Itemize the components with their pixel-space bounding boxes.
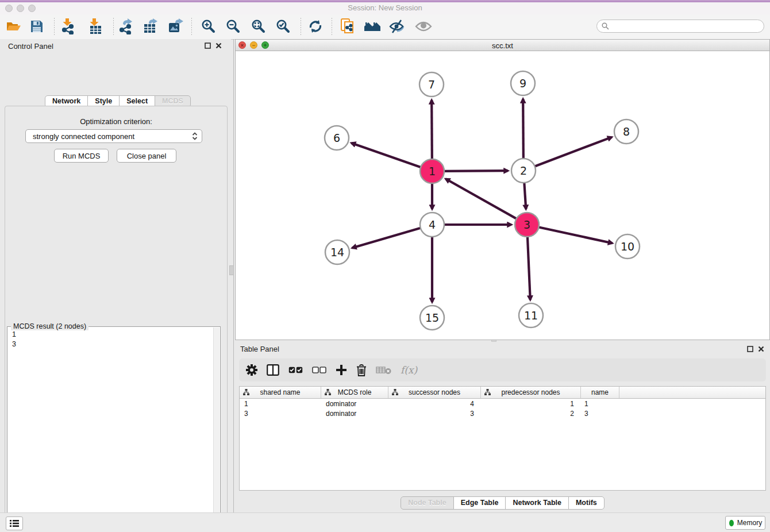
run-mcds-label: Run MCDS: [63, 152, 101, 160]
graph-node-15[interactable]: 15: [420, 306, 444, 330]
create-column-icon[interactable]: [336, 364, 347, 376]
mcds-result-group: [7, 326, 221, 532]
birds-eye-view-icon[interactable]: [414, 17, 433, 36]
deselect-all-checkboxes-icon[interactable]: [312, 367, 326, 373]
table-panel-window-controls: [747, 346, 764, 352]
delete-column-icon[interactable]: [356, 364, 367, 376]
result-scrollbar[interactable]: [213, 327, 220, 532]
export-table-icon[interactable]: [141, 17, 160, 36]
vertical-splitter-handle[interactable]: [229, 265, 234, 275]
tab-network-table[interactable]: Network Table: [505, 496, 569, 510]
cell-predecessor-nodes: 1: [481, 400, 581, 408]
svg-text:6: 6: [333, 132, 340, 144]
graph-node-2[interactable]: 2: [511, 159, 536, 183]
export-network-icon[interactable]: [116, 17, 136, 36]
graph-edge-3-10[interactable]: [538, 227, 613, 243]
open-file-icon[interactable]: [4, 17, 24, 36]
search-input[interactable]: [611, 22, 764, 31]
graph-node-9[interactable]: 9: [511, 71, 535, 95]
refresh-icon[interactable]: [306, 17, 325, 36]
cell-successor-nodes: 3: [388, 410, 481, 418]
graph-node-4[interactable]: 4: [420, 213, 444, 237]
hierarchy-icon: [392, 389, 398, 395]
zoom-selected-icon[interactable]: [274, 17, 293, 36]
mcds-result-title: MCDS result (2 nodes): [11, 322, 88, 330]
mcds-result-text[interactable]: 1 3: [7, 330, 214, 349]
column-header-mcds-role[interactable]: MCDS role: [321, 387, 388, 398]
graph-node-7[interactable]: 7: [419, 72, 444, 97]
column-label: successor nodes: [409, 388, 460, 396]
home-icon[interactable]: [363, 17, 382, 36]
svg-text:4: 4: [429, 218, 436, 231]
window-title: Session: New Session: [0, 3, 770, 12]
memory-button[interactable]: Memory: [725, 516, 765, 530]
float-panel-icon[interactable]: [747, 346, 753, 352]
tab-node-table[interactable]: Node Table: [401, 496, 453, 510]
result-line: 3: [12, 340, 214, 349]
show-columns-icon[interactable]: [267, 364, 279, 376]
graph-node-11[interactable]: 11: [519, 303, 543, 327]
control-panel-title: Control Panel: [8, 42, 53, 51]
select-all-checkboxes-icon[interactable]: [288, 367, 303, 373]
tab-edge-table[interactable]: Edge Table: [453, 496, 506, 510]
column-header-predecessor-nodes[interactable]: predecessor nodes: [481, 387, 581, 398]
column-header-name[interactable]: name: [581, 387, 619, 398]
delete-table-icon[interactable]: [376, 365, 391, 375]
gear-icon[interactable]: [246, 364, 257, 376]
import-network-icon[interactable]: [59, 17, 78, 36]
zoom-fit-icon[interactable]: [249, 17, 268, 36]
graph-edge-3-11[interactable]: [528, 236, 530, 300]
hierarchy-icon: [243, 389, 249, 395]
save-session-icon[interactable]: [27, 17, 47, 36]
import-table-icon[interactable]: [86, 17, 105, 36]
search-field[interactable]: [596, 20, 764, 33]
graph-edge-1-7[interactable]: [432, 100, 432, 160]
criterion-select[interactable]: strongly connected component: [25, 129, 202, 143]
graph-node-3[interactable]: 3: [515, 213, 539, 237]
zoom-out-icon[interactable]: [224, 17, 243, 36]
network-window-titlebar: × − + scc.txt: [236, 40, 769, 51]
task-history-button[interactable]: [6, 516, 23, 530]
graph-edge-1-2[interactable]: [443, 171, 508, 171]
hierarchy-icon: [325, 389, 331, 395]
graph-node-6[interactable]: 6: [325, 126, 349, 150]
toolbar-separator: [332, 18, 332, 35]
network-canvas[interactable]: 7968124314101511: [236, 51, 769, 340]
graph-edge-2-9[interactable]: [523, 99, 523, 160]
graph-node-10[interactable]: 10: [615, 234, 640, 259]
network-view-window: × − + scc.txt 7968124314101511: [235, 39, 770, 340]
export-image-icon[interactable]: [166, 17, 186, 36]
network-file-manager-icon[interactable]: [338, 17, 357, 36]
graph-node-1[interactable]: 1: [420, 159, 444, 183]
svg-text:10: 10: [621, 240, 634, 253]
graph-node-8[interactable]: 8: [614, 119, 638, 144]
tab-motifs[interactable]: Motifs: [568, 496, 605, 510]
function-builder-icon[interactable]: f(x): [401, 364, 417, 376]
close-panel-button[interactable]: Close panel: [117, 149, 176, 163]
close-panel-icon[interactable]: [215, 43, 222, 49]
graph-edge-1-6[interactable]: [351, 143, 422, 168]
close-panel-label: Close panel: [127, 152, 167, 160]
hide-graphics-details-icon[interactable]: [387, 17, 407, 36]
graph-edge-2-3[interactable]: [524, 182, 526, 209]
svg-text:9: 9: [519, 77, 526, 90]
toolbar-separator: [54, 18, 55, 35]
graph-edge-3-1[interactable]: [446, 179, 518, 219]
run-mcds-button[interactable]: Run MCDS: [54, 149, 109, 163]
status-bar: Memory: [0, 512, 770, 532]
cell-mcds-role: dominator: [321, 400, 388, 408]
graph-edge-2-8[interactable]: [534, 137, 612, 167]
zoom-in-icon[interactable]: [199, 17, 218, 36]
table-row[interactable]: 1 dominator 4 1 1: [240, 399, 765, 408]
float-panel-icon[interactable]: [205, 43, 211, 49]
window-titlebar: Session: New Session: [0, 0, 770, 15]
graph-edge-4-14[interactable]: [352, 228, 422, 248]
cell-successor-nodes: 4: [388, 400, 481, 408]
table-row[interactable]: 3 dominator 3 2 3: [240, 408, 765, 418]
column-header-shared-name[interactable]: shared name: [240, 387, 321, 398]
column-header-successor-nodes[interactable]: successor nodes: [388, 387, 481, 398]
hierarchy-icon: [484, 389, 491, 395]
close-panel-icon[interactable]: [758, 346, 764, 352]
vertical-splitter[interactable]: [233, 39, 234, 512]
graph-node-14[interactable]: 14: [325, 240, 349, 264]
